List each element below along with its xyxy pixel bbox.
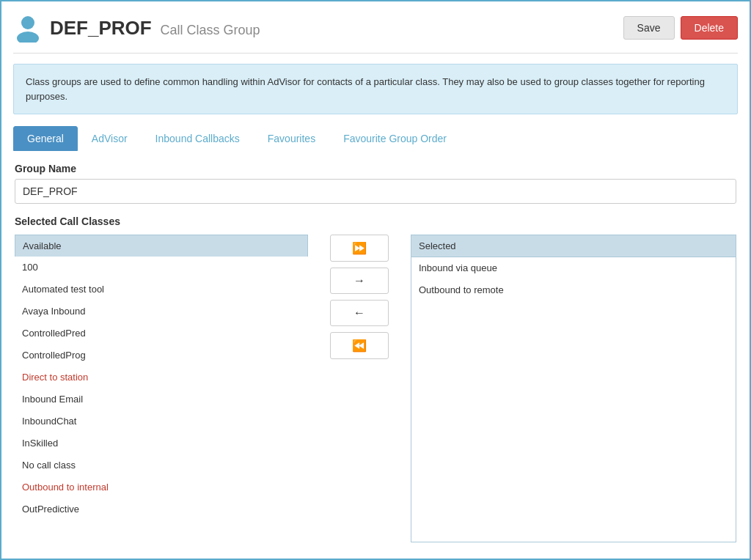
available-list-header: Available	[15, 235, 308, 257]
header: DEF_PROF Call Class Group Save Delete	[13, 13, 738, 54]
list-item[interactable]: InSkilled	[15, 432, 308, 454]
list-item[interactable]: Inbound Email	[15, 388, 308, 410]
group-name-label: Group Name	[15, 163, 736, 174]
tab-favourites[interactable]: Favourites	[254, 126, 329, 151]
list-item[interactable]: ControlledProg	[15, 345, 308, 366]
form-section: Group Name Selected Call Classes Availab…	[13, 163, 738, 542]
selected-list-header: Selected	[411, 235, 736, 257]
list-item[interactable]: Inbound via queue	[411, 257, 736, 279]
info-banner-text: Class groups are used to define common h…	[26, 76, 705, 102]
move-all-to-selected-button[interactable]: ⏩	[330, 235, 389, 262]
list-item[interactable]: ControlledPred	[15, 323, 308, 345]
move-all-to-available-button[interactable]: ⏪	[330, 332, 389, 359]
person-icon	[13, 13, 43, 43]
group-name-input[interactable]	[15, 179, 736, 204]
list-item[interactable]: Outbound to remote	[411, 279, 736, 301]
page-subtitle: Call Class Group	[161, 23, 260, 37]
list-item[interactable]: Automated test tool	[15, 279, 308, 301]
available-list-scroll[interactable]: 100 Automated test tool Avaya Inbound Co…	[15, 257, 308, 542]
header-buttons: Save Delete	[623, 16, 738, 40]
tab-favourite-group-order[interactable]: Favourite Group Order	[329, 126, 461, 151]
list-item[interactable]: 100	[15, 257, 308, 279]
page-title: DEF_PROF	[50, 17, 152, 39]
svg-point-1	[17, 32, 39, 43]
tab-general[interactable]: General	[13, 126, 78, 151]
info-banner: Class groups are used to define common h…	[13, 64, 738, 114]
delete-button[interactable]: Delete	[681, 16, 738, 40]
save-button[interactable]: Save	[623, 16, 675, 40]
list-item[interactable]: Direct to station	[15, 366, 308, 388]
list-item[interactable]: Outbound to internal	[15, 476, 308, 498]
move-to-available-button[interactable]: ←	[330, 300, 389, 326]
transfer-buttons: ⏩ → ← ⏪	[308, 235, 411, 359]
page-container: DEF_PROF Call Class Group Save Delete Cl…	[0, 0, 751, 560]
selected-list-container: Selected Inbound via queue Outbound to r…	[411, 235, 736, 542]
available-list-wrapper: 100 Automated test tool Avaya Inbound Co…	[15, 257, 308, 542]
call-classes-layout: Available 100 Automated test tool Avaya …	[15, 235, 736, 542]
list-item[interactable]: Avaya Inbound	[15, 301, 308, 323]
move-to-selected-button[interactable]: →	[330, 268, 389, 294]
list-item[interactable]: InboundChat	[15, 410, 308, 432]
svg-point-0	[21, 16, 34, 29]
tab-advisor[interactable]: AdVisor	[78, 126, 142, 151]
tabs: General AdVisor Inbound Callbacks Favour…	[13, 126, 738, 151]
list-item[interactable]: No call class	[15, 454, 308, 476]
selected-list[interactable]: Inbound via queue Outbound to remote	[411, 257, 736, 542]
available-list-container: Available 100 Automated test tool Avaya …	[15, 235, 308, 542]
header-left: DEF_PROF Call Class Group	[13, 13, 260, 43]
selected-call-classes-title: Selected Call Classes	[15, 215, 736, 227]
tab-inbound-callbacks[interactable]: Inbound Callbacks	[142, 126, 254, 151]
list-item[interactable]: OutPredictive	[15, 498, 308, 520]
